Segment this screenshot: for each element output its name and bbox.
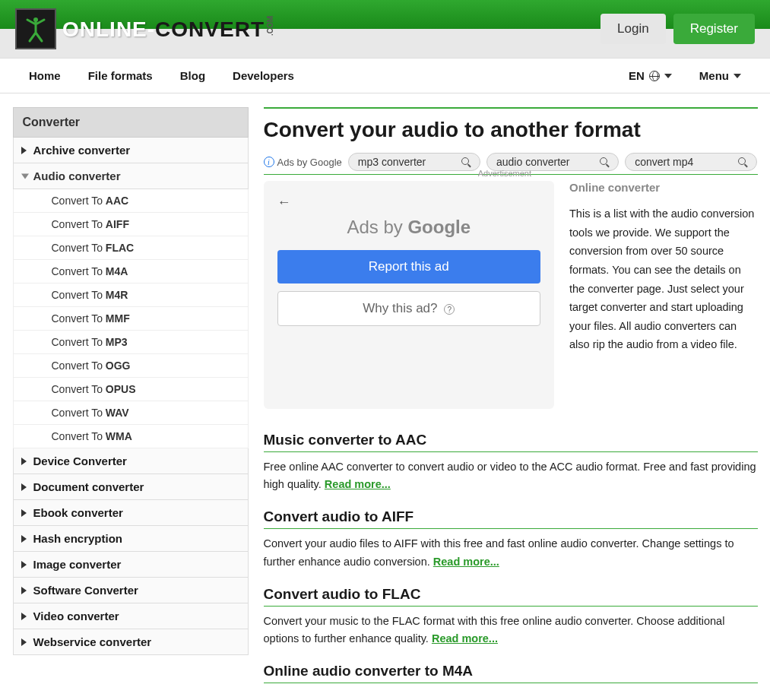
globe-icon: [649, 71, 660, 81]
converter-title: Online audio converter to M4A: [264, 663, 758, 683]
converter-desc: Convert your music to the FLAC format wi…: [264, 613, 758, 648]
triangle-icon: [21, 173, 29, 179]
read-more-link[interactable]: Read more...: [433, 556, 499, 568]
sidebar-sub-wma[interactable]: Convert To WMA: [13, 425, 249, 448]
sidebar-cat-image-converter[interactable]: Image converter: [13, 552, 249, 578]
logo-text: ONLINE-CONVERT.COM: [62, 16, 274, 41]
sidebar-cat-audio-converter[interactable]: Audio converter: [13, 163, 249, 189]
sidebar-cat-device-converter[interactable]: Device Converter: [13, 448, 249, 474]
question-icon: ?: [444, 304, 455, 315]
sidebar-sub-ogg[interactable]: Convert To OGG: [13, 354, 249, 378]
triangle-icon: [21, 458, 27, 465]
sidebar-sub-mp3[interactable]: Convert To MP3: [13, 331, 249, 354]
converter-title: Music converter to AAC: [264, 432, 758, 452]
sidebar-cat-webservice-converter[interactable]: Webservice converter: [13, 629, 249, 655]
page-title: Convert your audio to another format: [264, 118, 758, 142]
converter-item: Online audio converter to M4A: [264, 663, 758, 683]
nav-file-formats[interactable]: File formats: [74, 59, 166, 93]
report-ad-button[interactable]: Report this ad: [277, 250, 541, 283]
triangle-icon: [21, 147, 27, 154]
chevron-down-icon: [734, 74, 741, 78]
sidebar-cat-video-converter[interactable]: Video converter: [13, 603, 249, 629]
header-buttons: Login Register: [600, 14, 755, 44]
lang-label: EN: [629, 69, 645, 82]
converter-item: Convert audio to AIFFConvert your audio …: [264, 508, 758, 570]
sidebar: Converter Archive converterAudio convert…: [13, 107, 249, 698]
converter-title: Convert audio to FLAC: [264, 586, 758, 607]
sidebar-cat-document-converter[interactable]: Document converter: [13, 474, 249, 500]
description-head: Online converter: [569, 181, 758, 194]
read-more-link[interactable]: Read more...: [325, 478, 391, 490]
converter-desc: Convert your audio files to AIFF with th…: [264, 535, 758, 570]
ad-pill-mp3[interactable]: mp3 converter: [348, 153, 480, 171]
info-icon: i: [264, 157, 274, 167]
converter-item: Music converter to AACFree online AAC co…: [264, 432, 758, 493]
ads-by-google-heading: Ads by Google: [277, 217, 541, 238]
menu-label: Menu: [699, 69, 729, 82]
login-button[interactable]: Login: [600, 14, 666, 44]
description-column: Online converter This is a list with the…: [569, 181, 758, 409]
triangle-icon: [21, 561, 27, 569]
ads-by-text: Ads by Google: [277, 157, 342, 168]
nav-blog[interactable]: Blog: [166, 59, 219, 93]
arrow-left-icon[interactable]: ←: [277, 195, 541, 211]
triangle-icon: [21, 535, 27, 543]
description-text: This is a list with the audio conversion…: [569, 204, 758, 354]
converter-item: Convert audio to FLACConvert your music …: [264, 586, 758, 648]
chevron-down-icon: [664, 74, 672, 78]
converter-title: Convert audio to AIFF: [264, 508, 758, 529]
read-more-link[interactable]: Read more...: [432, 632, 498, 645]
nav-language[interactable]: EN: [615, 59, 686, 93]
triangle-icon: [21, 483, 27, 491]
why-this-ad-button[interactable]: Why this ad? ?: [277, 291, 541, 326]
sidebar-sub-aac[interactable]: Convert To AAC: [13, 189, 249, 213]
logo-icon: [15, 8, 56, 49]
sidebar-head: Converter: [13, 107, 249, 138]
sidebar-sub-flac[interactable]: Convert To FLAC: [13, 236, 249, 260]
sidebar-sub-opus[interactable]: Convert To OPUS: [13, 378, 249, 401]
sidebar-sub-m4a[interactable]: Convert To M4A: [13, 260, 249, 283]
nav-home[interactable]: Home: [15, 59, 74, 93]
triangle-icon: [21, 509, 27, 517]
header: ONLINE-CONVERT.COM Login Register: [0, 0, 770, 58]
sidebar-sub-aiff[interactable]: Convert To AIFF: [13, 213, 249, 236]
advertisement-label: Advertisement: [478, 169, 531, 178]
triangle-icon: [21, 638, 27, 646]
main: Convert your audio to another format i A…: [264, 107, 758, 698]
triangle-icon: [21, 613, 27, 620]
search-icon: [461, 157, 471, 166]
sidebar-cat-archive-converter[interactable]: Archive converter: [13, 138, 249, 163]
ads-by-google-label[interactable]: i Ads by Google: [264, 157, 342, 168]
sidebar-cat-hash-encryption[interactable]: Hash encryption: [13, 526, 249, 552]
sidebar-sub-mmf[interactable]: Convert To MMF: [13, 307, 249, 331]
sidebar-sub-m4r[interactable]: Convert To M4R: [13, 283, 249, 307]
search-icon: [738, 157, 747, 166]
triangle-icon: [21, 587, 27, 594]
sidebar-cat-ebook-converter[interactable]: Ebook converter: [13, 500, 249, 526]
ad-pill-mp4[interactable]: convert mp4: [625, 153, 757, 171]
sidebar-sub-wav[interactable]: Convert To WAV: [13, 401, 249, 425]
sidebar-cat-software-converter[interactable]: Software Converter: [13, 578, 249, 603]
logo[interactable]: ONLINE-CONVERT.COM: [15, 8, 274, 49]
navbar: Home File formats Blog Developers EN Men…: [0, 58, 770, 93]
search-icon: [600, 157, 609, 166]
register-button[interactable]: Register: [673, 14, 755, 44]
nav-menu[interactable]: Menu: [686, 59, 755, 93]
accent-line: [264, 107, 758, 109]
nav-developers[interactable]: Developers: [219, 59, 308, 93]
converter-desc: Free online AAC converter to convert aud…: [264, 458, 758, 493]
ad-box: Advertisement ← Ads by Google Report thi…: [264, 181, 555, 409]
